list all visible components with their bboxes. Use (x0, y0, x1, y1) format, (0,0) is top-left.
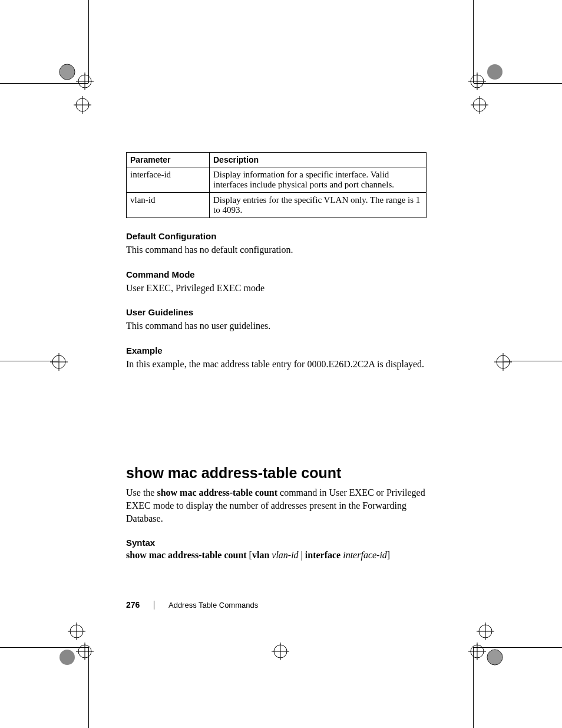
syntax-line: show mac address-table count [vlan vlan-… (126, 550, 427, 561)
heading-default-configuration: Default Configuration (126, 231, 427, 241)
crop-mark-icon (269, 640, 292, 663)
svg-point-11 (487, 64, 503, 80)
text-user-guidelines: This command has no user guidelines. (126, 319, 427, 332)
page-number: 276 (126, 600, 140, 610)
page-content: Parameter Description interface-id Displ… (126, 152, 427, 561)
command-title: show mac address-table count (126, 465, 427, 482)
crop-mark-icon (468, 93, 491, 117)
crop-mark-icon (491, 350, 515, 374)
table-row: interface-id Display information for a s… (127, 167, 427, 193)
parameter-table: Parameter Description interface-id Displ… (126, 152, 427, 218)
crop-mark-icon (59, 622, 94, 669)
command-description: Use the show mac address-table count com… (126, 486, 427, 525)
text-example: In this example, the mac address table e… (126, 358, 427, 371)
param-desc: Display entries for the specific VLAN on… (210, 193, 427, 218)
param-desc: Display information for a specific inter… (210, 167, 427, 193)
crop-mark-icon (468, 622, 503, 669)
table-header-description: Description (210, 153, 427, 167)
page-footer: 276 Address Table Commands (126, 600, 258, 610)
crop-mark-icon (47, 350, 71, 374)
heading-user-guidelines: User Guidelines (126, 307, 427, 317)
svg-point-1 (59, 64, 75, 80)
param-name: vlan-id (127, 193, 210, 218)
heading-example: Example (126, 345, 427, 355)
heading-syntax: Syntax (126, 538, 427, 548)
table-row: vlan-id Display entries for the specific… (127, 193, 427, 218)
svg-point-38 (487, 650, 503, 665)
chapter-title: Address Table Commands (154, 601, 258, 610)
heading-command-mode: Command Mode (126, 269, 427, 279)
svg-point-27 (59, 650, 75, 665)
param-name: interface-id (127, 167, 210, 193)
text-default-configuration: This command has no default configuratio… (126, 243, 427, 256)
text-command-mode: User EXEC, Privileged EXEC mode (126, 282, 427, 295)
crop-mark-icon (71, 93, 94, 117)
table-header-parameter: Parameter (127, 153, 210, 167)
